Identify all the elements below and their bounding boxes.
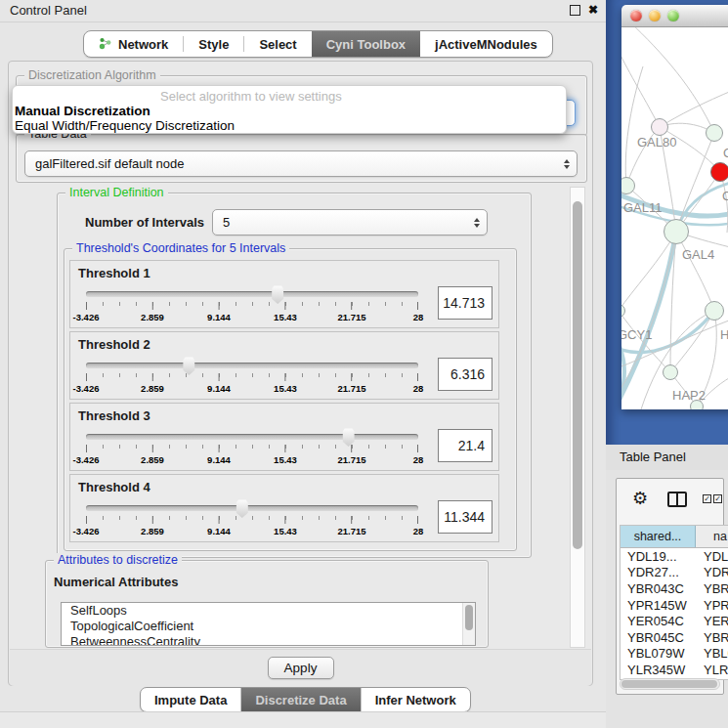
float-window-icon[interactable] [570, 5, 580, 16]
numerical-attributes-label: Numerical Attributes [54, 575, 178, 589]
algorithm-dropdown-popup: Select algorithm to view settings Manual… [12, 85, 567, 134]
slider-thumb-icon[interactable] [341, 427, 356, 447]
gear-icon[interactable]: ⚙ [632, 487, 648, 510]
column-header-shared-name[interactable]: shared... [621, 526, 696, 547]
tab-label: Discretize Data [255, 693, 346, 707]
tick-label: 15.43 [274, 526, 297, 536]
group-title: Threshold's Coordinates for 5 Intervals [72, 241, 289, 255]
dropdown-option-manual-discretization[interactable]: Manual Discretization [15, 104, 150, 118]
threshold-value-input[interactable]: 21.4 [438, 429, 492, 462]
tab-impute-data[interactable]: Impute Data [141, 688, 240, 711]
table-horizontal-scrollbar[interactable] [620, 678, 720, 690]
table-row[interactable]: YDL19... YDL1 [621, 548, 728, 565]
slider-thumb-icon[interactable] [271, 284, 285, 304]
network-window-titlebar[interactable] [621, 5, 728, 27]
threshold-label: Threshold 3 [78, 408, 150, 423]
scrollbar-thumb[interactable] [573, 201, 582, 549]
slider-track[interactable] [86, 434, 418, 440]
tick-label: 21.715 [337, 454, 365, 465]
tick-label: 21.715 [337, 383, 365, 394]
tick-label: 2.859 [141, 526, 164, 536]
apply-button[interactable]: Apply [268, 657, 334, 679]
slider-tick-labels: -3.426 2.859 9.144 15.43 21.715 28 [86, 383, 418, 395]
threshold-slider[interactable]: -3.426 2.859 9.144 15.43 21.715 28 [80, 282, 424, 327]
tab-discretize-data[interactable]: Discretize Data [241, 688, 360, 711]
tick-label: -3.426 [73, 383, 100, 394]
node-table-widget: ⚙ ✓ ✓ shared... na YDL19... YDL1 [616, 478, 724, 695]
number-of-intervals-combobox[interactable]: 5 [212, 209, 488, 236]
split-view-icon[interactable] [667, 492, 687, 507]
threshold-panel: Threshold 4 -3.426 [69, 474, 499, 542]
slider-ticks [86, 302, 418, 310]
tab-style[interactable]: Style [184, 31, 243, 57]
threshold-slider[interactable]: -3.426 2.859 9.144 15.43 21.715 28 [80, 425, 424, 470]
node-selected-red[interactable] [710, 162, 728, 182]
scrollbar-thumb[interactable] [465, 605, 473, 630]
table-row[interactable]: YDR27... YDR2 [621, 565, 728, 581]
numerical-attributes-list[interactable]: SelfLoopsTopologicalCoefficientBetweenne… [61, 602, 476, 646]
table-row[interactable]: YBR043C YBR0 [621, 580, 728, 597]
table-row[interactable]: YPR145W YPR1 [621, 597, 728, 614]
tab-label: Impute Data [154, 693, 227, 707]
node-gal80[interactable] [651, 118, 668, 136]
slider-thumb-icon[interactable] [182, 356, 196, 375]
list-item[interactable]: SelfLoops [62, 603, 475, 619]
tick-label: 15.43 [274, 454, 297, 465]
tab-select[interactable]: Select [244, 31, 311, 57]
network-canvas[interactable]: GAL80 GA C GAL11 GAL4 GCY1 H HAP2 [621, 27, 728, 409]
table-data-combobox[interactable]: galFiltered.sif default node [24, 150, 578, 177]
select-columns-icon[interactable]: ✓ ✓ [703, 494, 722, 503]
threshold-slider[interactable]: -3.426 2.859 9.144 15.43 21.715 28 [80, 354, 424, 399]
table-row[interactable]: YLR345W YLR3 [621, 662, 728, 678]
threshold-value-input[interactable]: 14.713 [438, 286, 492, 320]
interval-definition-group: Interval Definition Number of Intervals … [57, 193, 532, 558]
settings-scroll-area: Interval Definition Number of Intervals … [16, 187, 585, 648]
table-row[interactable]: YBL079W YBL0 [621, 646, 728, 663]
dropdown-option-equal-width-frequency[interactable]: Equal Width/Frequency Discretization [15, 118, 235, 133]
node-label-clipped-h: H [720, 327, 728, 342]
table-row[interactable]: YBR045C YBR0 [621, 629, 728, 646]
node-label-clipped-ga: GA [723, 146, 728, 160]
slider-thumb-icon[interactable] [235, 498, 249, 518]
tab-label: Style [198, 37, 229, 52]
threshold-value-input[interactable]: 11.344 [438, 500, 492, 534]
table-data-group: Table Data galFiltered.sif default node [16, 134, 587, 183]
cell-name: YBL0 [696, 646, 728, 661]
node-clipped-right-top[interactable] [706, 124, 723, 142]
slider-track[interactable] [86, 291, 418, 297]
table-row[interactable]: YER054C YER0 [621, 613, 728, 629]
list-item[interactable]: BetweennessCentrality [62, 634, 475, 646]
threshold-slider[interactable]: -3.426 2.859 9.144 15.43 21.715 28 [80, 496, 424, 541]
close-window-icon[interactable]: ✖ [588, 4, 598, 16]
tab-cyni-toolbox[interactable]: Cyni Toolbox [312, 31, 420, 57]
threshold-value-input[interactable]: 6.316 [438, 358, 492, 391]
close-traffic-light-icon[interactable] [630, 10, 642, 21]
tick-label: 2.859 [141, 454, 164, 465]
slider-track[interactable] [86, 363, 418, 368]
section-scrollbar[interactable] [570, 187, 585, 648]
threshold-label: Threshold 1 [78, 266, 150, 280]
node-gal4[interactable] [664, 219, 689, 244]
tick-label: 9.144 [207, 526, 231, 536]
tab-label: Infer Network [375, 693, 456, 707]
dropdown-placeholder: Select algorithm to view settings [160, 89, 342, 104]
window-bottom-strip [0, 711, 606, 728]
tab-network[interactable]: Network [84, 31, 183, 57]
control-panel-titlebar: Control Panel ✖ [0, 0, 606, 22]
node-hap2[interactable] [663, 364, 678, 380]
tab-jactivemnodules[interactable]: jActiveMNodules [420, 31, 552, 57]
cell-shared-name: YDL19... [621, 549, 696, 564]
node-clipped-right-mid[interactable] [705, 301, 724, 321]
tab-infer-network[interactable]: Infer Network [362, 688, 470, 711]
list-item[interactable]: TopologicalCoefficient [62, 619, 475, 634]
cell-shared-name: YER054C [621, 614, 696, 628]
scrollbar-thumb[interactable] [621, 680, 717, 688]
slider-ticks [86, 373, 418, 381]
minimize-traffic-light-icon[interactable] [649, 10, 661, 21]
list-scrollbar[interactable] [462, 603, 475, 645]
slider-track[interactable] [86, 505, 418, 511]
cell-name: YBR0 [696, 630, 728, 645]
network-icon [99, 37, 112, 51]
column-header-name[interactable]: na [696, 526, 728, 547]
zoom-traffic-light-icon[interactable] [667, 10, 679, 21]
